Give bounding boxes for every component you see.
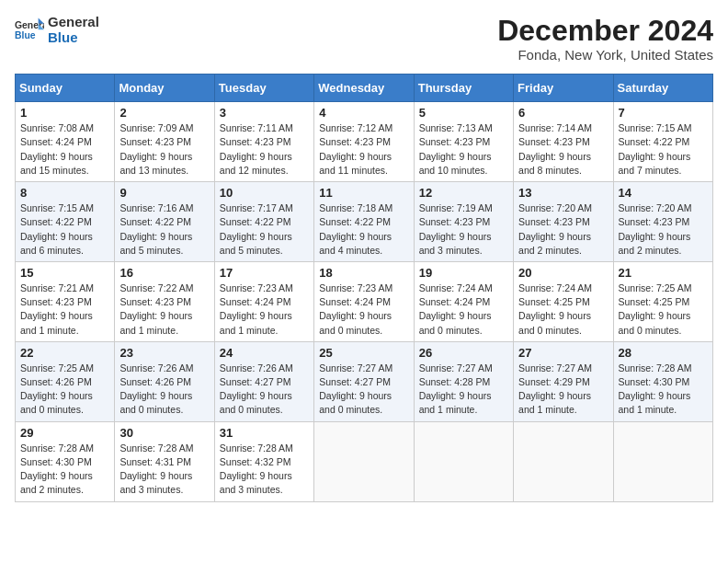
calendar-cell: 21Sunrise: 7:25 AM Sunset: 4:25 PM Dayli… <box>613 261 712 341</box>
week-row-3: 15Sunrise: 7:21 AM Sunset: 4:23 PM Dayli… <box>16 261 713 341</box>
day-number: 21 <box>619 266 708 280</box>
calendar-cell: 12Sunrise: 7:19 AM Sunset: 4:23 PM Dayli… <box>414 182 513 262</box>
day-info: Sunrise: 7:27 AM Sunset: 4:27 PM Dayligh… <box>319 362 408 418</box>
calendar-cell: 9Sunrise: 7:16 AM Sunset: 4:22 PM Daylig… <box>115 182 214 262</box>
day-number: 15 <box>20 266 109 280</box>
column-header-tuesday: Tuesday <box>214 75 313 102</box>
calendar-cell: 30Sunrise: 7:28 AM Sunset: 4:31 PM Dayli… <box>115 421 214 501</box>
logo-line2: Blue <box>48 30 99 46</box>
day-info: Sunrise: 7:15 AM Sunset: 4:22 PM Dayligh… <box>619 121 708 178</box>
day-number: 27 <box>518 346 608 360</box>
day-info: Sunrise: 7:22 AM Sunset: 4:23 PM Dayligh… <box>119 282 209 338</box>
title-area: December 2024 Fonda, New York, United St… <box>497 15 713 63</box>
day-number: 18 <box>319 266 408 280</box>
day-info: Sunrise: 7:25 AM Sunset: 4:25 PM Dayligh… <box>619 282 708 338</box>
day-info: Sunrise: 7:26 AM Sunset: 4:26 PM Dayligh… <box>119 362 209 418</box>
calendar-table: SundayMondayTuesdayWednesdayThursdayFrid… <box>15 74 713 501</box>
day-info: Sunrise: 7:25 AM Sunset: 4:26 PM Dayligh… <box>20 362 109 418</box>
day-number: 4 <box>319 106 408 120</box>
calendar-cell: 22Sunrise: 7:25 AM Sunset: 4:26 PM Dayli… <box>16 341 115 421</box>
day-number: 9 <box>119 186 209 200</box>
day-number: 30 <box>119 426 209 440</box>
location: Fonda, New York, United States <box>497 47 713 63</box>
calendar-cell: 19Sunrise: 7:24 AM Sunset: 4:24 PM Dayli… <box>414 261 513 341</box>
day-number: 10 <box>220 186 309 200</box>
calendar-cell: 17Sunrise: 7:23 AM Sunset: 4:24 PM Dayli… <box>214 261 313 341</box>
week-row-2: 8Sunrise: 7:15 AM Sunset: 4:22 PM Daylig… <box>16 182 713 262</box>
day-info: Sunrise: 7:26 AM Sunset: 4:27 PM Dayligh… <box>220 362 309 418</box>
day-info: Sunrise: 7:28 AM Sunset: 4:30 PM Dayligh… <box>619 362 708 418</box>
calendar-cell: 10Sunrise: 7:17 AM Sunset: 4:22 PM Dayli… <box>214 182 313 262</box>
calendar-cell: 6Sunrise: 7:14 AM Sunset: 4:23 PM Daylig… <box>514 102 613 182</box>
day-info: Sunrise: 7:15 AM Sunset: 4:22 PM Dayligh… <box>20 201 109 258</box>
column-header-sunday: Sunday <box>16 75 115 102</box>
calendar-header-row: SundayMondayTuesdayWednesdayThursdayFrid… <box>16 75 713 102</box>
day-info: Sunrise: 7:23 AM Sunset: 4:24 PM Dayligh… <box>220 282 309 338</box>
day-number: 5 <box>419 106 508 120</box>
day-info: Sunrise: 7:12 AM Sunset: 4:23 PM Dayligh… <box>319 121 408 178</box>
day-info: Sunrise: 7:23 AM Sunset: 4:24 PM Dayligh… <box>319 282 408 338</box>
calendar-cell: 24Sunrise: 7:26 AM Sunset: 4:27 PM Dayli… <box>214 341 313 421</box>
calendar-cell <box>314 421 414 501</box>
week-row-5: 29Sunrise: 7:28 AM Sunset: 4:30 PM Dayli… <box>16 421 713 501</box>
day-info: Sunrise: 7:28 AM Sunset: 4:32 PM Dayligh… <box>220 442 309 498</box>
day-number: 3 <box>220 106 309 120</box>
day-info: Sunrise: 7:28 AM Sunset: 4:31 PM Dayligh… <box>119 442 209 498</box>
day-info: Sunrise: 7:24 AM Sunset: 4:24 PM Dayligh… <box>419 282 508 338</box>
calendar-cell: 4Sunrise: 7:12 AM Sunset: 4:23 PM Daylig… <box>314 102 414 182</box>
day-info: Sunrise: 7:08 AM Sunset: 4:24 PM Dayligh… <box>20 121 109 178</box>
calendar-cell: 28Sunrise: 7:28 AM Sunset: 4:30 PM Dayli… <box>613 341 712 421</box>
day-number: 1 <box>20 106 109 120</box>
day-info: Sunrise: 7:27 AM Sunset: 4:28 PM Dayligh… <box>419 362 508 418</box>
logo: General Blue General Blue <box>15 15 99 45</box>
calendar-cell: 23Sunrise: 7:26 AM Sunset: 4:26 PM Dayli… <box>115 341 214 421</box>
calendar-cell: 3Sunrise: 7:11 AM Sunset: 4:23 PM Daylig… <box>214 102 313 182</box>
calendar-cell: 1Sunrise: 7:08 AM Sunset: 4:24 PM Daylig… <box>16 102 115 182</box>
day-info: Sunrise: 7:19 AM Sunset: 4:23 PM Dayligh… <box>419 201 508 258</box>
page-header: General Blue General Blue December 2024 … <box>15 15 713 63</box>
day-info: Sunrise: 7:27 AM Sunset: 4:29 PM Dayligh… <box>518 362 608 418</box>
day-number: 28 <box>619 346 708 360</box>
calendar-cell: 5Sunrise: 7:13 AM Sunset: 4:23 PM Daylig… <box>414 102 513 182</box>
day-number: 6 <box>518 106 608 120</box>
day-number: 8 <box>20 186 109 200</box>
day-info: Sunrise: 7:17 AM Sunset: 4:22 PM Dayligh… <box>220 201 309 258</box>
day-number: 26 <box>419 346 508 360</box>
day-number: 24 <box>220 346 309 360</box>
calendar-cell: 7Sunrise: 7:15 AM Sunset: 4:22 PM Daylig… <box>613 102 712 182</box>
calendar-cell: 16Sunrise: 7:22 AM Sunset: 4:23 PM Dayli… <box>115 261 214 341</box>
calendar-cell: 2Sunrise: 7:09 AM Sunset: 4:23 PM Daylig… <box>115 102 214 182</box>
day-info: Sunrise: 7:16 AM Sunset: 4:22 PM Dayligh… <box>119 201 209 258</box>
calendar-cell <box>613 421 712 501</box>
svg-text:Blue: Blue <box>15 29 36 40</box>
day-info: Sunrise: 7:28 AM Sunset: 4:30 PM Dayligh… <box>20 442 109 498</box>
week-row-1: 1Sunrise: 7:08 AM Sunset: 4:24 PM Daylig… <box>16 102 713 182</box>
day-number: 13 <box>518 186 608 200</box>
day-number: 29 <box>20 426 109 440</box>
day-number: 25 <box>319 346 408 360</box>
column-header-wednesday: Wednesday <box>314 75 414 102</box>
day-info: Sunrise: 7:21 AM Sunset: 4:23 PM Dayligh… <box>20 282 109 338</box>
day-number: 20 <box>518 266 608 280</box>
day-info: Sunrise: 7:20 AM Sunset: 4:23 PM Dayligh… <box>518 201 608 258</box>
day-number: 17 <box>220 266 309 280</box>
calendar-cell: 20Sunrise: 7:24 AM Sunset: 4:25 PM Dayli… <box>514 261 613 341</box>
day-number: 23 <box>119 346 209 360</box>
day-number: 22 <box>20 346 109 360</box>
calendar-cell <box>414 421 513 501</box>
day-info: Sunrise: 7:18 AM Sunset: 4:22 PM Dayligh… <box>319 201 408 258</box>
calendar-cell: 14Sunrise: 7:20 AM Sunset: 4:23 PM Dayli… <box>613 182 712 262</box>
week-row-4: 22Sunrise: 7:25 AM Sunset: 4:26 PM Dayli… <box>16 341 713 421</box>
day-info: Sunrise: 7:20 AM Sunset: 4:23 PM Dayligh… <box>619 201 708 258</box>
day-number: 16 <box>119 266 209 280</box>
day-number: 2 <box>119 106 209 120</box>
calendar-cell <box>514 421 613 501</box>
calendar-cell: 15Sunrise: 7:21 AM Sunset: 4:23 PM Dayli… <box>16 261 115 341</box>
day-info: Sunrise: 7:09 AM Sunset: 4:23 PM Dayligh… <box>119 121 209 178</box>
column-header-thursday: Thursday <box>414 75 513 102</box>
day-info: Sunrise: 7:11 AM Sunset: 4:23 PM Dayligh… <box>220 121 309 178</box>
logo-icon: General Blue <box>15 17 44 43</box>
logo-line1: General <box>48 15 99 30</box>
day-info: Sunrise: 7:14 AM Sunset: 4:23 PM Dayligh… <box>518 121 608 178</box>
day-info: Sunrise: 7:13 AM Sunset: 4:23 PM Dayligh… <box>419 121 508 178</box>
